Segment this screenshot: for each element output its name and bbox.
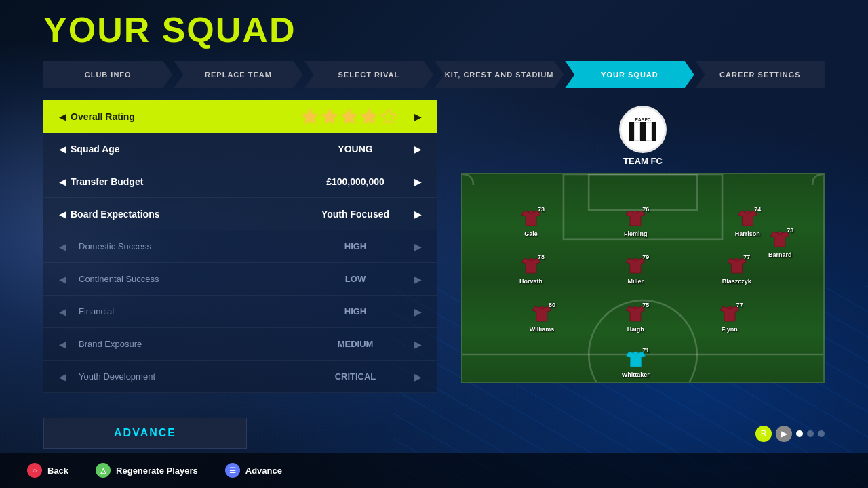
arrow-left-squad-age[interactable]: ◀ <box>54 141 71 157</box>
arrow-left-youth-development[interactable]: ◀ <box>54 369 71 385</box>
arrow-right-board-expectations[interactable]: ▶ <box>410 206 426 222</box>
shirt-williams: 80 <box>530 301 554 325</box>
team-name: TEAM FC <box>623 156 663 166</box>
rating-williams: 80 <box>549 302 555 308</box>
bottom-bar: ○Back△Regenerate Players☰Advance <box>0 453 868 488</box>
arrow-right-transfer-budget[interactable]: ▶ <box>410 174 426 190</box>
btn-icon-back: ○ <box>27 463 42 478</box>
arrow-left-domestic-success[interactable]: ◀ <box>54 239 71 255</box>
name-barnard: Barnard <box>768 251 792 258</box>
setting-squad-age: ◀Squad AgeYOUNG▶ <box>43 133 437 165</box>
bottom-action-back[interactable]: ○Back <box>27 463 68 478</box>
rating-whittaker: 71 <box>642 347 649 354</box>
tab-select-rival[interactable]: SELECT RIVAL <box>304 61 433 88</box>
arrow-right-youth-development[interactable]: ▶ <box>410 369 426 385</box>
player-miller: 79 Miller <box>623 253 648 285</box>
arrow-left-brand-exposure[interactable]: ◀ <box>54 336 71 352</box>
arrow-right-continental-success[interactable]: ▶ <box>410 271 426 287</box>
star-1 <box>301 108 319 125</box>
setting-continental-success: ◀Continental SuccessLOW▶ <box>43 263 437 296</box>
star-2 <box>321 108 338 125</box>
name-harrison: Harrison <box>735 230 760 237</box>
label-overall-rating: Overall Rating <box>71 111 301 122</box>
svg-marker-0 <box>302 109 317 123</box>
label-continental-success: Continental Success <box>71 274 301 284</box>
team-panel: EASFC TEAM FC <box>461 100 825 447</box>
tab-career-settings[interactable]: CAREER SETTINGS <box>696 61 825 88</box>
team-badge: EASFC <box>619 106 667 153</box>
arrow-right-overall-rating[interactable]: ▶ <box>410 108 426 125</box>
btn-label-advance: Advance <box>245 466 282 476</box>
name-miller: Miller <box>628 278 644 285</box>
btn-label-back: Back <box>47 466 68 476</box>
name-williams: Williams <box>530 326 554 333</box>
setting-financial: ◀FinancialHIGH▶ <box>43 296 437 328</box>
arrow-right-domestic-success[interactable]: ▶ <box>410 239 426 255</box>
arrow-left-continental-success[interactable]: ◀ <box>54 271 71 287</box>
bottom-action-advance[interactable]: ☰Advance <box>225 463 282 478</box>
settings-panel: ◀Overall Rating ▶◀Squad AgeYOUNG▶◀Transf… <box>43 100 437 393</box>
tab-replace-team[interactable]: REPLACE TEAM <box>174 61 302 88</box>
advance-button[interactable]: ADVANCE <box>43 418 247 449</box>
rating-horvath: 78 <box>538 253 545 260</box>
name-fleming: Fleming <box>624 230 648 237</box>
arrow-right-squad-age[interactable]: ▶ <box>410 141 426 157</box>
shirt-flynn: 77 <box>717 301 742 325</box>
btn-icon-advance: ☰ <box>225 463 240 478</box>
shirt-whittaker: 71 <box>623 346 648 371</box>
arrow-right-brand-exposure[interactable]: ▶ <box>410 336 426 352</box>
page-arrow-forward[interactable]: ▶ <box>776 426 792 442</box>
arrow-left-transfer-budget[interactable]: ◀ <box>54 174 71 190</box>
tab-nav: CLUB INFOREPLACE TEAMSELECT RIVALKIT, CR… <box>43 61 825 88</box>
value-financial: HIGH <box>301 306 410 317</box>
pagination: R▶ <box>755 426 825 442</box>
name-horvath: Horvath <box>519 278 542 285</box>
rating-gale: 73 <box>538 206 545 213</box>
star-3 <box>340 108 358 125</box>
label-squad-age: Squad Age <box>71 144 301 155</box>
page-arrow-r[interactable]: R <box>755 426 772 442</box>
player-whittaker: 71 Whittaker <box>622 346 650 378</box>
value-board-expectations: Youth Focused <box>301 209 410 220</box>
setting-domestic-success: ◀Domestic SuccessHIGH▶ <box>43 230 437 263</box>
player-gale: 73 Gale <box>519 205 543 237</box>
shirt-gale: 73 <box>519 205 543 230</box>
setting-overall-rating: ◀Overall Rating ▶ <box>43 100 437 133</box>
arrow-left-financial[interactable]: ◀ <box>54 304 71 320</box>
name-flynn: Flynn <box>722 326 738 333</box>
page-title: YOUR SQUAD <box>43 12 296 47</box>
label-brand-exposure: Brand Exposure <box>71 339 301 349</box>
star-4 <box>360 108 378 125</box>
label-transfer-budget: Transfer Budget <box>71 176 301 187</box>
rating-blaszczyk: 77 <box>743 253 750 260</box>
shirt-barnard: 73 <box>768 226 792 251</box>
svg-marker-2 <box>342 109 357 123</box>
value-overall-rating <box>301 108 410 125</box>
shirt-blaszczyk: 77 <box>724 253 749 277</box>
rating-haigh: 75 <box>642 302 649 308</box>
tab-your-squad[interactable]: YOUR SQUAD <box>565 61 694 88</box>
arrow-left-board-expectations[interactable]: ◀ <box>54 206 71 222</box>
tab-club-info[interactable]: CLUB INFO <box>43 61 172 88</box>
svg-marker-3 <box>361 109 376 123</box>
name-haigh: Haigh <box>627 326 644 333</box>
value-transfer-budget: £100,000,000 <box>301 176 410 187</box>
shirt-miller: 79 <box>623 253 648 277</box>
page-dot-1 <box>807 430 814 437</box>
arrow-left-overall-rating[interactable]: ◀ <box>54 108 71 125</box>
page-dot-0 <box>796 430 803 437</box>
rating-harrison: 74 <box>754 206 761 213</box>
name-blaszczyk: Blaszczyk <box>722 278 751 285</box>
player-harrison: 74 Harrison <box>735 205 760 237</box>
player-blaszczyk: 77 Blaszczyk <box>722 253 751 285</box>
player-haigh: 75 Haigh <box>623 301 648 333</box>
tab-kit-crest-stadium[interactable]: KIT, CREST AND STADIUM <box>435 61 564 88</box>
bottom-action-regenerate[interactable]: △Regenerate Players <box>96 463 198 478</box>
value-youth-development: CRITICAL <box>301 371 410 382</box>
arrow-right-financial[interactable]: ▶ <box>410 304 426 320</box>
rating-flynn: 77 <box>736 302 743 308</box>
setting-transfer-budget: ◀Transfer Budget£100,000,000▶ <box>43 165 437 198</box>
team-badge-area: EASFC TEAM FC <box>461 100 825 166</box>
value-squad-age: YOUNG <box>301 144 410 155</box>
name-gale: Gale <box>524 230 538 237</box>
